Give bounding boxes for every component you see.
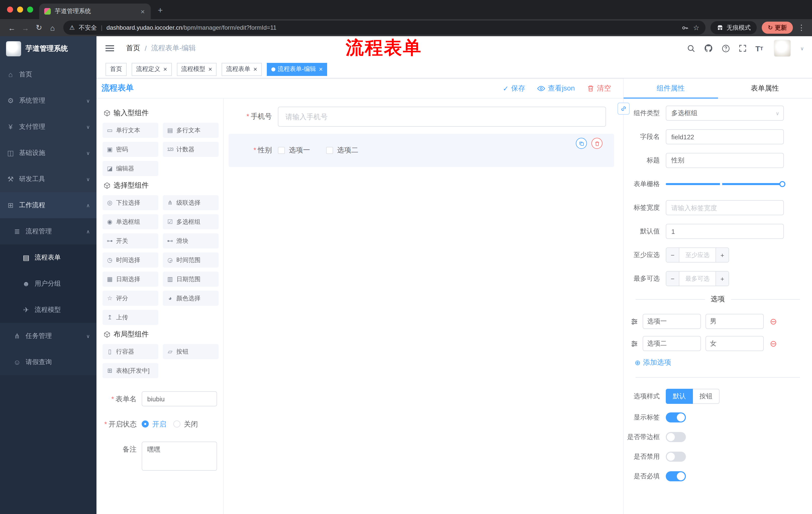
home-icon[interactable]: ⌂	[46, 23, 59, 32]
option-value-input[interactable]	[705, 314, 764, 329]
border-toggle[interactable]	[666, 432, 686, 442]
window-close-button[interactable]	[7, 6, 13, 12]
tab-form-props[interactable]: 表单属性	[718, 78, 812, 98]
label-width-input[interactable]	[666, 200, 784, 215]
chip-single-text[interactable]: ▭单行文本	[103, 123, 158, 138]
chip-color-picker[interactable]: ◕颜色选择	[163, 291, 219, 306]
copy-widget-button[interactable]	[576, 138, 587, 149]
sidebar-item-process-mgmt[interactable]: ≣ 流程管理 ∧	[0, 218, 96, 244]
sidebar-item-task-mgmt[interactable]: ⋔ 任务管理 ∨	[0, 323, 96, 349]
chip-multi-text[interactable]: ▤多行文本	[163, 123, 219, 138]
gender-option-2[interactable]: 选项二	[326, 146, 358, 155]
chip-date-picker[interactable]: ▦日期选择	[103, 272, 158, 287]
form-name-input[interactable]	[142, 391, 217, 406]
user-avatar[interactable]	[774, 40, 791, 57]
chip-time-range[interactable]: ◶时间范围	[163, 252, 219, 268]
close-icon[interactable]: ×	[208, 65, 212, 73]
clear-button[interactable]: 清空	[587, 84, 611, 93]
sidebar-item-payment-mgmt[interactable]: ¥ 支付管理 ∨	[0, 114, 96, 140]
chip-slider[interactable]: ⊷滑块	[163, 233, 219, 248]
default-value-input[interactable]	[666, 224, 784, 239]
chip-date-range[interactable]: ▥日期范围	[163, 272, 219, 287]
min-select-stepper[interactable]: − 至少应选 +	[666, 247, 729, 263]
show-label-toggle[interactable]	[666, 412, 686, 423]
chip-upload[interactable]: ↥上传	[103, 310, 158, 325]
chip-time-picker[interactable]: ◷时间选择	[103, 252, 158, 268]
title-input[interactable]	[666, 153, 784, 168]
chip-editor[interactable]: ◪编辑器	[103, 161, 158, 176]
disabled-toggle[interactable]	[666, 452, 686, 462]
increase-icon[interactable]: +	[716, 248, 729, 262]
decrease-icon[interactable]: −	[666, 272, 679, 286]
reload-icon[interactable]: ↻	[32, 23, 46, 32]
chip-row-container[interactable]: ▯行容器	[103, 344, 158, 359]
delete-widget-button[interactable]	[591, 138, 603, 149]
tab-component-props[interactable]: 组件属性	[624, 78, 718, 98]
browser-update-button[interactable]: ↻ 更新	[762, 22, 793, 34]
back-icon[interactable]: ←	[5, 23, 19, 32]
phone-widget[interactable]: *手机号	[229, 107, 614, 127]
tag-process-form-edit[interactable]: 流程表单-编辑 ×	[267, 63, 327, 76]
checkbox-icon[interactable]	[278, 147, 285, 154]
address-bar[interactable]: ⚠ 不安全 | dashboard.yudao.iocoder.cn/bpm/m…	[63, 21, 705, 35]
radio-icon[interactable]	[173, 421, 180, 428]
window-minimize-button[interactable]	[17, 6, 23, 12]
search-icon[interactable]	[687, 44, 696, 53]
tag-process-form[interactable]: 流程表单 ×	[222, 63, 262, 76]
chip-select[interactable]: ◎下拉选择	[103, 195, 158, 210]
add-option-button[interactable]: ⊕ 添加选项	[635, 358, 812, 367]
form-canvas[interactable]: *手机号	[224, 99, 623, 514]
radio-icon[interactable]	[142, 421, 149, 428]
tag-process-definition[interactable]: 流程定义 ×	[132, 63, 172, 76]
increase-icon[interactable]: +	[716, 272, 729, 286]
sidebar-item-leave-query[interactable]: ☺ 请假查询	[0, 349, 96, 375]
font-size-icon[interactable]: TT	[755, 44, 763, 53]
chip-radio-group[interactable]: ◉单选框组	[103, 214, 158, 229]
form-grid-slider[interactable]	[666, 177, 784, 192]
decrease-icon[interactable]: −	[666, 248, 679, 262]
link-icon[interactable]	[617, 103, 630, 115]
password-key-icon[interactable]	[682, 24, 689, 31]
window-zoom-button[interactable]	[27, 6, 33, 12]
option-value-input[interactable]	[705, 336, 764, 351]
checkbox-icon[interactable]	[326, 147, 333, 154]
chip-counter[interactable]: 123计数器	[163, 142, 219, 157]
close-icon[interactable]: ×	[253, 65, 257, 73]
browser-tab[interactable]: 芋道管理系统 ×	[39, 3, 151, 19]
save-button[interactable]: ✓ 保存	[503, 84, 525, 93]
sidebar-item-user-group[interactable]: ☻ 用户分组	[0, 271, 96, 297]
fullscreen-icon[interactable]	[739, 44, 747, 52]
gender-option-1[interactable]: 选项一	[278, 146, 310, 155]
remove-option-icon[interactable]: ⊖	[770, 317, 777, 326]
sidebar-item-system-mgmt[interactable]: ⚙ 系统管理 ∨	[0, 87, 96, 114]
sidebar-item-process-form[interactable]: ▤ 流程表单	[0, 244, 96, 271]
chip-checkbox-group[interactable]: ☑多选框组	[163, 214, 219, 229]
drag-handle-icon[interactable]	[631, 340, 638, 347]
tag-process-model[interactable]: 流程模型 ×	[177, 63, 216, 76]
sidebar-item-dev-tools[interactable]: ⚒ 研发工具 ∨	[0, 166, 96, 192]
sidebar-item-home[interactable]: ⌂ 首页	[0, 61, 96, 87]
sidebar-item-infrastructure[interactable]: ◫ 基础设施 ∨	[0, 140, 96, 166]
option-label-input[interactable]	[643, 314, 701, 329]
status-off-radio[interactable]: 关闭	[173, 416, 198, 432]
style-default-button[interactable]: 默认	[666, 389, 693, 404]
drag-handle-icon[interactable]	[631, 318, 638, 325]
slider-track[interactable]	[666, 183, 784, 185]
tab-close-icon[interactable]: ×	[140, 7, 146, 15]
option-label-input[interactable]	[643, 336, 701, 351]
close-icon[interactable]: ×	[319, 65, 323, 73]
form-remark-textarea[interactable]: 嘿嘿	[142, 441, 217, 471]
menu-collapse-icon[interactable]	[106, 48, 114, 49]
github-icon[interactable]	[704, 44, 713, 53]
tag-home[interactable]: 首页	[106, 63, 127, 76]
breadcrumb-home[interactable]: 首页	[126, 44, 140, 53]
browser-menu-icon[interactable]: ⋮	[796, 23, 807, 32]
slider-knob[interactable]	[779, 181, 785, 187]
help-icon[interactable]	[722, 44, 730, 53]
close-icon[interactable]: ×	[163, 65, 167, 73]
required-toggle[interactable]	[666, 471, 686, 481]
max-select-stepper[interactable]: − 最多可选 +	[666, 271, 729, 286]
view-json-button[interactable]: 查看json	[538, 84, 575, 93]
chip-cascader[interactable]: ⋔级联选择	[163, 195, 219, 210]
status-on-radio[interactable]: 开启	[142, 416, 166, 432]
